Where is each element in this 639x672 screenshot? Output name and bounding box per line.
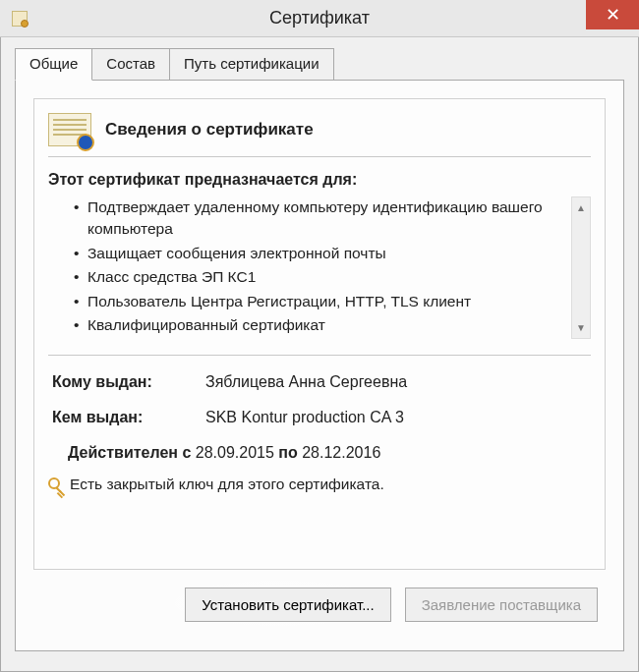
- button-row: Установить сертификат... Заявление поста…: [33, 588, 606, 622]
- list-item: Подтверждает удаленному компьютеру идент…: [74, 196, 567, 241]
- divider: [48, 355, 591, 356]
- divider: [48, 156, 591, 157]
- key-icon: [48, 477, 62, 491]
- tab-composition[interactable]: Состав: [91, 48, 170, 81]
- tab-cert-path[interactable]: Путь сертификации: [169, 48, 334, 81]
- install-certificate-button[interactable]: Установить сертификат...: [185, 588, 390, 622]
- issued-to-value: Зяблицева Анна Сергеевна: [205, 373, 591, 391]
- purposes-title: Этот сертификат предназначается для:: [48, 171, 591, 189]
- certificate-icon: [48, 113, 91, 146]
- valid-from-label: Действителен с: [68, 444, 191, 461]
- list-item: Защищает сообщения электронной почты: [74, 243, 567, 264]
- issued-by-row: Кем выдан: SKB Kontur production CA 3: [48, 409, 591, 426]
- private-key-row: Есть закрытый ключ для этого сертификата…: [48, 476, 591, 493]
- tab-strip: Общие Состав Путь сертификации: [15, 47, 624, 80]
- window-title: Сертификат: [0, 8, 639, 28]
- list-item: Квалифицированный сертификат: [74, 314, 567, 336]
- issued-to-label: Кому выдан:: [48, 373, 205, 391]
- certificate-info-frame: Сведения о сертификате Этот сертификат п…: [33, 98, 606, 570]
- titlebar: Сертификат ✕: [0, 0, 639, 37]
- scroll-track[interactable]: [572, 217, 590, 318]
- cert-header-title: Сведения о сертификате: [105, 120, 314, 140]
- issued-by-label: Кем выдан:: [48, 409, 205, 426]
- purposes-list: Подтверждает удаленному компьютеру идент…: [48, 196, 567, 339]
- valid-to-label: по: [278, 444, 297, 461]
- issued-to-row: Кому выдан: Зяблицева Анна Сергеевна: [48, 373, 591, 391]
- cert-header: Сведения о сертификате: [48, 113, 591, 146]
- tab-panel-general: Сведения о сертификате Этот сертификат п…: [15, 80, 624, 651]
- scrollbar[interactable]: ▲ ▼: [571, 196, 591, 339]
- validity-row: Действителен с 28.09.2015 по 28.12.2016: [48, 444, 591, 462]
- issuer-statement-button: Заявление поставщика: [405, 588, 598, 622]
- purposes-area: Подтверждает удаленному компьютеру идент…: [48, 196, 591, 339]
- client-area: Общие Состав Путь сертификации Сведения …: [0, 37, 639, 672]
- valid-from-value: 28.09.2015: [196, 444, 274, 461]
- private-key-message: Есть закрытый ключ для этого сертификата…: [70, 476, 384, 493]
- list-item: Пользователь Центра Регистрации, HTTP, T…: [74, 291, 567, 312]
- scroll-down-icon[interactable]: ▼: [572, 318, 590, 338]
- scroll-up-icon[interactable]: ▲: [572, 197, 590, 217]
- list-item: Класс средства ЭП КС1: [74, 266, 567, 288]
- tab-general[interactable]: Общие: [15, 48, 92, 81]
- valid-to-value: 28.12.2016: [302, 444, 380, 461]
- issued-by-value: SKB Kontur production CA 3: [205, 409, 591, 426]
